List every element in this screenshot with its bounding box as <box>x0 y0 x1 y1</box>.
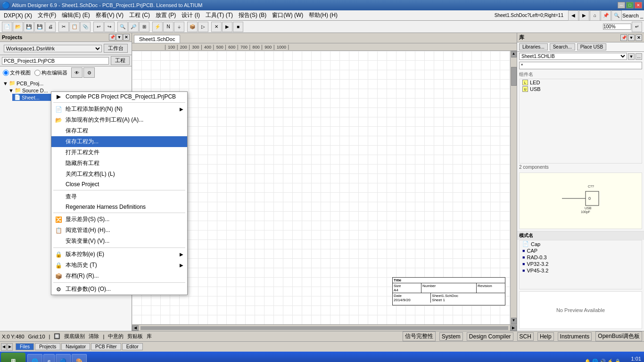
ctx-local-hist[interactable]: 🔒 本地历史 (T) ▶ <box>51 260 187 271</box>
nav-home-btn[interactable]: ⌂ <box>590 10 600 21</box>
right-close-btn[interactable]: ✕ <box>636 34 642 41</box>
horizontal-scrollbar[interactable]: ◀ ▶ <box>132 324 517 331</box>
menu-project[interactable]: 工程 (C) <box>126 10 153 20</box>
menu-dxp[interactable]: DXP(X) (X) <box>1 11 35 20</box>
signal-integrity-btn[interactable]: 信号完整性 <box>403 331 436 341</box>
ctx-close-doc[interactable]: 关闭工程文档(L) (L) <box>51 169 187 180</box>
tree-project[interactable]: ▼ 📁 PCB_Proj... <box>1 80 131 87</box>
tb-copy[interactable]: 📋 <box>69 22 80 32</box>
panel-menu-btn[interactable]: ▼ <box>116 34 123 41</box>
schematic-tab[interactable]: Sheet1.SchDoc <box>134 35 180 43</box>
fav-tab[interactable]: 中意的 <box>108 333 124 340</box>
lib-tab[interactable]: 库 <box>147 333 152 340</box>
tb-zoom-out[interactable]: 🔎 <box>128 22 139 32</box>
model-cap2[interactable]: ■ CAP <box>520 247 642 254</box>
tb-port[interactable]: ▷ <box>198 22 208 32</box>
libraries-btn[interactable]: Libraries... <box>519 43 548 50</box>
scroll-up-btn[interactable]: ▲ <box>511 51 517 58</box>
menu-view[interactable]: 察看(V) (V) <box>93 10 126 20</box>
close-btn[interactable]: ✕ <box>635 2 642 8</box>
right-menu-btn[interactable]: ▼ <box>628 34 635 41</box>
clipboard-tab[interactable]: 剪贴板 <box>127 333 143 340</box>
tab-pcbfilter[interactable]: PCB Filter <box>91 343 121 350</box>
menu-file[interactable]: 文件(F) <box>35 10 59 20</box>
ctx-archive[interactable]: 📦 存档(R) (R)... <box>51 271 187 281</box>
tb-paste[interactable]: 📎 <box>80 22 91 32</box>
ctx-open-files[interactable]: 打开工程文件 <box>51 147 187 158</box>
lib-dropdown[interactable]: Sheet1.SCHLIB <box>519 53 627 60</box>
minimize-btn[interactable]: ─ <box>618 2 625 8</box>
nav-pin-btn[interactable]: 📌 <box>601 10 611 21</box>
view-struct-radio[interactable]: 构在编辑器 <box>34 69 67 76</box>
menu-place[interactable]: 放置 (P) <box>153 10 179 20</box>
nav-forward-btn[interactable]: ▶ <box>579 10 589 21</box>
model-rad03[interactable]: ■ RAD-0.3 <box>520 254 642 261</box>
clear-btn[interactable]: 清除 <box>89 333 99 340</box>
tb-comp[interactable]: 📦 <box>187 22 198 32</box>
panel-close-btn[interactable]: ✕ <box>123 34 130 41</box>
ctx-regenerate[interactable]: Regenerate Harness Definitions <box>51 202 187 212</box>
tb-fit[interactable]: ⊞ <box>139 22 149 32</box>
comp-usb[interactable]: U USB <box>520 86 642 92</box>
tb-cut[interactable]: ✂ <box>58 22 69 32</box>
schematic-area[interactable]: Title SizeA4 Number Revision Date2014/9/… <box>132 51 510 324</box>
help-btn[interactable]: Help <box>537 332 554 341</box>
view-icon-config[interactable]: ⚙ <box>83 67 95 78</box>
scroll-down-btn[interactable]: ▼ <box>511 318 517 324</box>
tab-projects[interactable]: Projects <box>35 343 60 350</box>
taskbar-app1[interactable]: 🔵 <box>56 354 71 362</box>
taskbar-app2[interactable]: 🎨 <box>72 354 87 362</box>
search-icon-btn[interactable]: 🔍 <box>611 10 622 21</box>
view-file-radio[interactable]: 文件视图 <box>3 69 31 76</box>
menu-reports[interactable]: 报告(S) (B) <box>236 10 269 20</box>
ctx-hide-all[interactable]: 隐藏所有工程 <box>51 158 187 169</box>
vertical-scrollbar[interactable]: ▲ ▼ <box>510 51 517 324</box>
ctx-close-proj[interactable]: Close Project <box>51 180 187 189</box>
lib-dropdown-btn[interactable]: ▼ <box>628 53 635 60</box>
design-compiler-btn[interactable]: Design Compiler <box>467 332 513 341</box>
scroll-left-btn[interactable]: ◀ <box>132 325 139 331</box>
project-field[interactable] <box>2 57 109 65</box>
search-btn[interactable]: Search... <box>550 43 575 50</box>
panel-pin-btn[interactable]: 📌 <box>109 34 116 41</box>
ctx-add-existing[interactable]: 📂 添加现有的文件到工程(A) (A)... <box>51 115 187 125</box>
tb-redo[interactable]: ↪ <box>104 22 115 32</box>
tab-files[interactable]: Files <box>16 343 34 350</box>
ctx-compile[interactable]: ▶ Compile PCB Project PCB_Project1.PrjPC… <box>51 92 187 101</box>
scroll-right-btn[interactable]: ▶ <box>510 325 517 331</box>
tb-run[interactable]: ▶ <box>222 22 232 32</box>
openbus-btn[interactable]: OpenBusi调色板 <box>595 331 642 341</box>
tb-gnd[interactable]: ⏚ <box>174 22 184 32</box>
tb-net[interactable]: N <box>163 22 173 32</box>
right-pin-btn[interactable]: 📌 <box>620 34 627 41</box>
model-cap[interactable]: 📄 Cap <box>520 240 642 247</box>
tb-new[interactable]: 📄 <box>2 22 12 32</box>
ctx-search[interactable]: 查寻 <box>51 191 187 202</box>
view-icon-show[interactable]: 👁 <box>71 67 83 78</box>
tb-save[interactable]: 💾 <box>24 22 34 32</box>
system-btn[interactable]: System <box>439 332 463 341</box>
tb-undo[interactable]: ↩ <box>93 22 104 32</box>
tab-navigator[interactable]: Navigator <box>61 343 90 350</box>
project-btn[interactable]: 工程 <box>111 56 130 65</box>
ctx-proj-params[interactable]: ⚙ 工程参数(O) (O)... <box>51 284 187 295</box>
instruments-btn[interactable]: Instruments <box>558 332 592 341</box>
workspace-btn[interactable]: 工作台 <box>104 44 128 53</box>
place-btn[interactable]: Place USB <box>577 43 606 50</box>
ctx-save-as[interactable]: 保存工程为... <box>51 136 187 147</box>
menu-edit[interactable]: 编辑(E) (E) <box>59 10 92 20</box>
ctx-show-diff[interactable]: 🔀 显示差异(S) (S)... <box>51 214 187 225</box>
taskbar-ie[interactable]: e <box>43 354 55 362</box>
scroll-track-h[interactable] <box>140 326 508 330</box>
taskbar-chrome[interactable]: 🌐 <box>27 354 42 362</box>
maximize-btn[interactable]: □ <box>626 2 634 8</box>
tb-save-all[interactable]: 💾 <box>34 22 45 32</box>
tb-print[interactable]: 🖨 <box>45 22 56 32</box>
tb-zoom-in[interactable]: 🔍 <box>117 22 128 32</box>
menu-tools[interactable]: 工具(T) (T) <box>203 10 236 20</box>
start-button[interactable]: ⊞ <box>1 353 25 362</box>
menu-design[interactable]: 设计 (I) <box>179 10 203 20</box>
model-vp32[interactable]: ■ VP32-3.2 <box>520 261 642 267</box>
model-vp45[interactable]: ■ VP45-3.2 <box>520 267 642 274</box>
ctx-version[interactable]: 🔒 版本控制(e) (E) ▶ <box>51 249 187 260</box>
